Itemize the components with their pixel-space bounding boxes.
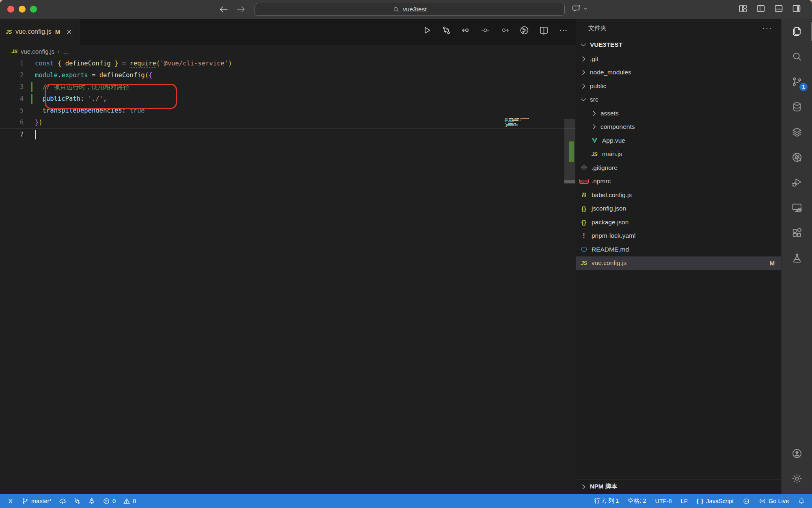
copilot-chat-button[interactable] bbox=[572, 4, 589, 13]
code-line-2[interactable]: 2module.exports = defineConfig({ bbox=[0, 69, 576, 81]
tree-item-assets[interactable]: assets bbox=[576, 106, 781, 120]
status-remote-indicator[interactable] bbox=[4, 497, 17, 505]
command-center-search[interactable]: vue3test bbox=[255, 3, 565, 16]
activity-source-control[interactable]: 1 bbox=[782, 69, 812, 94]
status-indentation[interactable]: 空格: 2 bbox=[625, 497, 649, 505]
more-actions-icon[interactable] bbox=[558, 25, 568, 35]
tree-item-components[interactable]: components bbox=[576, 120, 781, 134]
nav-current-icon[interactable] bbox=[480, 25, 490, 35]
database-icon bbox=[791, 101, 803, 113]
tree-item-pnpm-lock-yaml[interactable]: !pnpm-lock.yaml bbox=[576, 229, 781, 243]
tab-vue-config-js[interactable]: JS vue.config.js M bbox=[0, 19, 80, 45]
activity-database[interactable] bbox=[782, 94, 812, 119]
status-git-branch[interactable]: master* bbox=[19, 497, 54, 505]
code-editor[interactable]: 1const { defineConfig } = require('@vue/… bbox=[0, 58, 576, 494]
chevron-right-icon bbox=[579, 82, 587, 90]
status-errors[interactable]: 0 bbox=[100, 497, 119, 505]
close-tab-icon[interactable] bbox=[65, 28, 73, 36]
activity-search[interactable] bbox=[782, 44, 812, 69]
activity-remote-explorer[interactable] bbox=[782, 195, 812, 220]
chevron-right-icon bbox=[579, 483, 587, 491]
history-forward-icon[interactable] bbox=[235, 4, 246, 15]
status-warnings[interactable]: 0 bbox=[120, 497, 139, 505]
remote-icon bbox=[791, 202, 803, 213]
activity-testing[interactable] bbox=[782, 245, 812, 271]
code-line-7[interactable]: 7 bbox=[0, 128, 576, 140]
status-label: 空格: 2 bbox=[628, 497, 646, 505]
status-cursor-position[interactable]: 行 7, 列 1 bbox=[591, 497, 622, 505]
history-back-icon[interactable] bbox=[218, 4, 229, 15]
tree-item--git[interactable]: .git bbox=[576, 52, 781, 66]
customize-layout-icon[interactable] bbox=[738, 4, 748, 13]
beaker-icon bbox=[791, 252, 803, 264]
chevron-right-icon bbox=[579, 55, 587, 63]
activity-accounts[interactable] bbox=[782, 441, 812, 466]
tree-item-label: public bbox=[590, 82, 607, 90]
modified-line-gutter bbox=[31, 94, 32, 104]
tree-item-package-json[interactable]: {}package.json bbox=[576, 215, 781, 229]
tree-item-app-vue[interactable]: App.vue bbox=[576, 134, 781, 148]
status-label: UTF-8 bbox=[655, 498, 672, 504]
copilot-icon bbox=[743, 497, 750, 505]
tab-bar: JS vue.config.js M bbox=[0, 19, 576, 45]
run-commands-icon[interactable] bbox=[519, 25, 529, 35]
code-line-6[interactable]: 6}) bbox=[0, 117, 576, 128]
tree-item-node-modules[interactable]: node_modules bbox=[576, 66, 781, 80]
nav-back-icon[interactable] bbox=[461, 25, 471, 35]
status-notifications[interactable] bbox=[795, 497, 808, 505]
tree-item-vue-config-js[interactable]: JSvue.config.jsM bbox=[576, 256, 781, 270]
status-eol[interactable]: LF bbox=[678, 498, 691, 504]
status-language-mode[interactable]: { }JavaScript bbox=[694, 498, 737, 504]
run-icon[interactable] bbox=[422, 25, 432, 35]
code-line-5[interactable]: 5transpileDependencies: true bbox=[0, 105, 576, 117]
babel-file-icon: B bbox=[579, 191, 588, 199]
status-encoding[interactable]: UTF-8 bbox=[652, 498, 675, 504]
breadcrumb[interactable]: JS vue.config.js › … bbox=[0, 45, 576, 58]
status-publish-changes[interactable] bbox=[56, 497, 69, 505]
more-actions-icon[interactable]: ··· bbox=[762, 24, 772, 33]
status-compare-changes[interactable] bbox=[71, 497, 84, 505]
status-copilot[interactable] bbox=[740, 497, 753, 505]
toggle-panel-right-icon[interactable] bbox=[792, 4, 801, 13]
status-label: Go Live bbox=[769, 498, 789, 504]
extensions-icon bbox=[791, 227, 803, 239]
tree-item--npmrc[interactable]: npm.npmrc bbox=[576, 175, 781, 189]
tree-item-src[interactable]: src bbox=[576, 93, 781, 107]
tree-item-public[interactable]: public bbox=[576, 79, 781, 93]
split-editor-icon[interactable] bbox=[539, 25, 549, 35]
code-line-1[interactable]: 1const { defineConfig } = require('@vue/… bbox=[0, 58, 576, 69]
toggle-panel-left-icon[interactable] bbox=[756, 4, 766, 13]
activity-gitlens[interactable] bbox=[782, 145, 812, 170]
breadcrumb-file[interactable]: vue.config.js bbox=[21, 48, 54, 55]
breadcrumb-more[interactable]: … bbox=[63, 48, 69, 55]
activity-bar: 1 bbox=[781, 19, 812, 494]
braces-icon: { } bbox=[697, 498, 704, 504]
code-text: module.exports = defineConfig({ bbox=[35, 69, 152, 81]
tree-item-babel-config-js[interactable]: Bbabel.config.js bbox=[576, 188, 781, 202]
activity-explorer[interactable] bbox=[782, 19, 812, 44]
maximize-window-button[interactable] bbox=[30, 6, 37, 13]
status-rocket[interactable] bbox=[85, 497, 98, 505]
tree-item-jsconfig-json[interactable]: {}jsconfig.json bbox=[576, 202, 781, 216]
activity-layers[interactable] bbox=[782, 119, 812, 145]
nav-forward-icon[interactable] bbox=[500, 25, 510, 35]
tree-item-label: .gitignore bbox=[592, 164, 618, 172]
minimap[interactable] bbox=[505, 118, 553, 130]
code-line-4[interactable]: 4publicPath: './', bbox=[0, 93, 576, 105]
tree-root-vue3test[interactable]: VUE3TEST bbox=[576, 37, 781, 52]
tree-item-readme-md[interactable]: README.md bbox=[576, 243, 781, 256]
tree-item-main-js[interactable]: JSmain.js bbox=[576, 148, 781, 161]
compare-changes-icon[interactable] bbox=[441, 25, 451, 35]
code-line-3[interactable]: 3// 项目运行时，使用相对路径 bbox=[0, 81, 576, 93]
activity-run-and-debug[interactable] bbox=[782, 170, 812, 195]
status-go-live[interactable]: Go Live bbox=[756, 497, 792, 505]
toggle-panel-bottom-icon[interactable] bbox=[774, 4, 784, 13]
warn-icon bbox=[123, 497, 130, 505]
activity-settings[interactable] bbox=[782, 466, 812, 491]
npm-scripts-section[interactable]: NPM 脚本 bbox=[576, 479, 781, 494]
activity-extensions[interactable] bbox=[782, 220, 812, 245]
close-window-button[interactable] bbox=[7, 6, 14, 13]
tree-item--gitignore[interactable]: .gitignore bbox=[576, 161, 781, 175]
minimize-window-button[interactable] bbox=[19, 6, 26, 13]
chevron-right-icon bbox=[590, 123, 598, 131]
